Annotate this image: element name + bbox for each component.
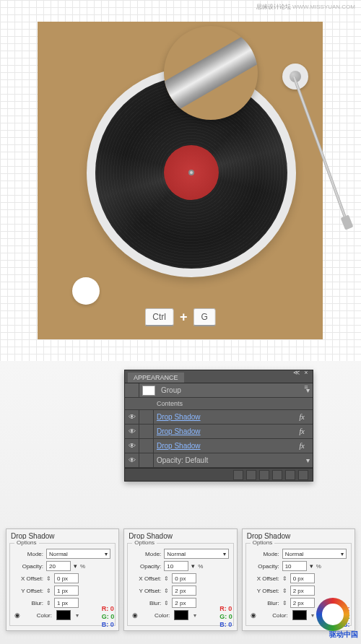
spacer [139, 425, 154, 438]
chevron-down-icon[interactable]: ▾ [74, 562, 77, 570]
keyboard-shortcut: Ctrl + G [144, 308, 216, 326]
blur-label: Blur: [14, 600, 43, 606]
watermark-url: WWW.MISSYUAN.COM [292, 4, 355, 10]
mode-select[interactable]: Normal▾ [164, 549, 228, 559]
appearance-panel[interactable]: APPEARANCE ≪ × ≡ Group ▾ Contents 👁 Drop… [124, 370, 313, 482]
stepper-icon[interactable]: ⇕ [46, 600, 51, 606]
color-radio[interactable]: ◉ [14, 612, 20, 619]
options-label: Options [132, 539, 157, 546]
fx-badge[interactable]: fx [291, 442, 313, 450]
footer-btn[interactable] [233, 470, 243, 480]
chevron-down-icon: ▾ [105, 551, 108, 557]
eye-icon[interactable]: 👁 [125, 425, 139, 438]
color-swatch[interactable] [292, 610, 307, 620]
new-icon[interactable] [285, 470, 295, 480]
color-label: Color: [23, 612, 52, 619]
chevron-down-icon[interactable]: ▾ [74, 612, 80, 619]
xoffset-input[interactable]: 0 px [54, 573, 79, 583]
yoffset-input[interactable]: 2 px [290, 586, 315, 596]
footer-btn[interactable] [259, 470, 269, 480]
appearance-group-row[interactable]: Group ▾ [125, 383, 313, 398]
yoffset-input[interactable]: 1 px [54, 586, 79, 596]
footer-btn[interactable] [272, 470, 282, 480]
group-label: Group [158, 386, 303, 394]
vinyl-spindle [188, 170, 194, 175]
color-swatch[interactable] [56, 610, 71, 620]
key-ctrl: Ctrl [144, 308, 174, 326]
watermark: 思缘设计论坛 WWW.MISSYUAN.COM [256, 3, 355, 11]
collapse-icon[interactable]: ≪ [292, 369, 300, 376]
chevron-down-icon[interactable]: ▾ [303, 456, 313, 464]
close-icon[interactable]: × [303, 369, 310, 376]
color-swatch[interactable] [174, 610, 188, 620]
opacity-label: Opacity: [157, 456, 183, 464]
effect-link[interactable]: Drop Shadow [157, 413, 201, 421]
watermark-cn: 思缘设计论坛 [256, 4, 291, 10]
visibility-spacer [125, 383, 139, 397]
yoffset-label: Y Offset: [14, 588, 43, 594]
mode-select[interactable]: Normal▾ [282, 549, 347, 559]
site-logo: 驱动中国 [306, 598, 358, 640]
group-thumbnail [142, 386, 155, 396]
footer-btn[interactable] [246, 470, 256, 480]
callout-arm-closeup [164, 26, 258, 117]
rgb-readout: R: 0G: 0B: 0 [219, 605, 232, 629]
tonearm [292, 76, 349, 225]
options-label: Options [251, 539, 275, 546]
eye-icon[interactable]: 👁 [125, 410, 139, 424]
stepper-icon[interactable]: ⇕ [46, 575, 51, 582]
xoffset-label: X Offset: [14, 575, 43, 582]
rgb-readout: R: 0G: 0B: 0 [102, 605, 115, 629]
spacer [139, 439, 154, 453]
menu-icon[interactable]: ≡ [303, 383, 310, 391]
eye-icon[interactable]: 👁 [125, 439, 139, 453]
effect-link[interactable]: Drop Shadow [157, 442, 201, 450]
eye-icon[interactable]: 👁 [125, 453, 139, 467]
effect-row[interactable]: 👁 Drop Shadow fx [125, 410, 313, 425]
yoffset-input[interactable]: 2 px [172, 586, 196, 596]
xoffset-input[interactable]: 0 px [172, 573, 196, 583]
artwork-turntable: Ctrl + G [38, 22, 323, 339]
effect-row[interactable]: 👁 Drop Shadow fx [125, 425, 313, 439]
fx-badge[interactable]: fx [291, 427, 313, 435]
effect-link[interactable]: Drop Shadow [157, 427, 201, 435]
panels-area: APPEARANCE ≪ × ≡ Group ▾ Contents 👁 Drop… [0, 361, 361, 644]
fx-badge[interactable]: fx [291, 413, 313, 421]
plus-icon: + [180, 310, 188, 325]
drop-shadow-dialog-1: Drop Shadow Options Mode:Normal▾ Opacity… [6, 528, 119, 631]
logo-text: 驱动中国 [329, 630, 358, 640]
tab-appearance[interactable]: APPEARANCE [128, 373, 184, 383]
blur-input[interactable]: 1 px [54, 598, 79, 608]
drop-shadow-dialog-2: Drop Shadow Options Mode:Normal▾ Opacity… [123, 528, 237, 631]
opacity-value: Default [185, 456, 208, 464]
opacity-input[interactable]: 10 [164, 561, 188, 571]
options-label: Options [14, 539, 39, 546]
canvas-area: 思缘设计论坛 WWW.MISSYUAN.COM Ctrl + G [0, 0, 361, 361]
xoffset-input[interactable]: 0 px [290, 573, 315, 583]
effect-row[interactable]: 👁 Drop Shadow fx [125, 439, 313, 453]
trash-icon[interactable] [298, 470, 308, 480]
vinyl-label [164, 145, 219, 200]
opacity-row[interactable]: 👁 Opacity: Default ▾ [125, 453, 313, 468]
contents-label: Contents [125, 398, 313, 410]
spacer [139, 453, 154, 467]
opacity-label: Opacity: [14, 563, 43, 570]
detail-callout [164, 26, 258, 120]
opacity-input[interactable]: 10 [282, 561, 307, 571]
opacity-input[interactable]: 20 [46, 561, 71, 571]
key-g: G [193, 308, 215, 326]
mode-select[interactable]: Normal▾ [46, 549, 110, 559]
stepper-icon[interactable]: ⇕ [46, 588, 51, 594]
spacer [139, 410, 154, 424]
panel-footer [125, 468, 313, 481]
tonearm-head [341, 214, 354, 230]
logo-icon [316, 598, 349, 631]
mode-label: Mode: [14, 551, 43, 557]
panel-tabbar: APPEARANCE ≪ × [125, 370, 313, 383]
control-knob [72, 277, 100, 305]
blur-input[interactable]: 2 px [172, 598, 196, 608]
